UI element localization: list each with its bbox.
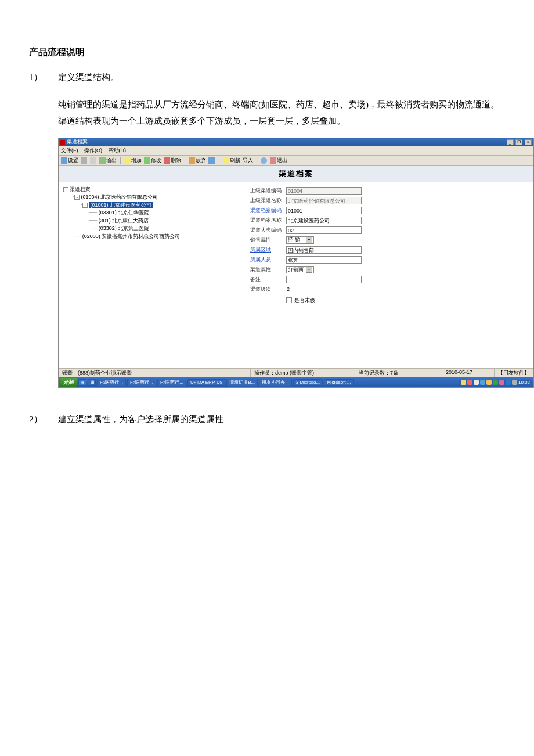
- taskbar-task[interactable]: F:\医药行...: [127, 379, 156, 386]
- fld-code[interactable]: 01001: [286, 207, 362, 214]
- fld-upper-name: 北京医药经销有限总公司: [286, 197, 362, 204]
- form-panel: 上级渠道编码01004 上级渠道名称北京医药经销有限总公司 渠道档案编码0100…: [244, 182, 533, 368]
- tb-refresh[interactable]: 刷新: [223, 157, 240, 164]
- dropdown-icon[interactable]: ▾: [306, 237, 312, 243]
- expand-icon: [208, 157, 215, 164]
- taskbar-task[interactable]: 用友协同办...: [259, 379, 292, 386]
- system-tray[interactable]: 10:02: [459, 380, 532, 385]
- status-date: 2010-05-17: [442, 369, 495, 377]
- tb-preview[interactable]: [90, 157, 97, 163]
- tree-node[interactable]: (301) 北京康仁大药店: [99, 218, 149, 224]
- taskbar-task[interactable]: 3 Microso...: [293, 379, 323, 386]
- tray-icon[interactable]: [493, 380, 498, 385]
- app-icon: [60, 140, 65, 145]
- close-button[interactable]: ×: [525, 139, 532, 145]
- val-level: 2: [286, 286, 290, 292]
- sel-sales[interactable]: 经 销▾: [286, 236, 314, 244]
- taskbar-desktop[interactable]: ⊞: [88, 379, 96, 386]
- tray-icon[interactable]: [461, 380, 466, 385]
- fld-remark[interactable]: [286, 276, 362, 283]
- tb-add[interactable]: 增加: [124, 157, 142, 164]
- tb-print[interactable]: [81, 157, 88, 163]
- minimize-button[interactable]: _: [507, 139, 514, 145]
- tree-toggle-icon[interactable]: -: [74, 195, 80, 200]
- tree-node[interactable]: (01004) 北京医药经销有限总公司: [81, 194, 158, 200]
- window-titlebar: 渠道档案 _ ❐ ×: [59, 138, 533, 146]
- taskbar-ie[interactable]: e: [78, 379, 86, 386]
- tray-icon[interactable]: [499, 380, 504, 385]
- step1-title: 定义渠道结构。: [58, 69, 505, 86]
- tree-panel: -渠道档案 ├-(01004) 北京医药经销有限总公司 ├-(01001) 北京…: [59, 182, 244, 368]
- print-icon: [81, 157, 87, 164]
- menu-operate[interactable]: 操作(O): [84, 147, 102, 153]
- preview-icon: [90, 157, 96, 164]
- step2-number: 2）: [29, 411, 58, 428]
- taskbar-task[interactable]: UFIDA ERP-U8: [187, 379, 225, 386]
- tree-node[interactable]: (02003) 安徽省毫州市药材总公司西药公司: [82, 233, 181, 239]
- chk-isend[interactable]: [286, 297, 292, 303]
- tray-clock: 10:02: [518, 380, 530, 385]
- exit-icon: [270, 157, 276, 164]
- fld-name[interactable]: 北京建设医药公司: [286, 217, 362, 224]
- step1-number: 1）: [29, 69, 58, 86]
- step1-body: 纯销管理的渠道是指药品从厂方流经分销商、终端商(如医院、药店、超市、卖场)，最终…: [58, 96, 505, 129]
- lbl-chan: 渠道属性: [250, 266, 286, 273]
- tray-icon[interactable]: [480, 380, 485, 385]
- menu-help[interactable]: 帮助(H): [109, 147, 127, 153]
- tb-exit[interactable]: 退出: [270, 157, 287, 164]
- status-bar: 账套：(888)制药企业演示账套 操作员：demo (账套主管) 当前记录数：7…: [59, 368, 533, 377]
- tray-icon[interactable]: [467, 380, 472, 385]
- tree-toggle-icon[interactable]: -: [82, 203, 88, 208]
- taskbar-task[interactable]: 淄州矿业B...: [226, 379, 258, 386]
- refresh-icon: [223, 157, 229, 164]
- delete-icon: [164, 157, 170, 164]
- taskbar-task[interactable]: F:\医药行...: [157, 379, 186, 386]
- lbl-region[interactable]: 所属区域: [250, 246, 286, 254]
- dropdown-icon[interactable]: ▾: [306, 267, 312, 273]
- lbl-upper-code: 上级渠道编码: [250, 187, 286, 195]
- taskbar-task[interactable]: F:\医药行...: [97, 379, 126, 386]
- tb-output[interactable]: 输出: [99, 157, 117, 164]
- tb-import[interactable]: 导入: [243, 157, 253, 164]
- undo-icon: [189, 157, 195, 164]
- lbl-person[interactable]: 所属人员: [250, 256, 286, 264]
- lbl-remark: 备注: [250, 276, 286, 283]
- lbl-bigcls: 渠道大类编码: [250, 226, 286, 234]
- status-count: 当前记录数：7条: [355, 369, 442, 377]
- tb-undo[interactable]: 放弃: [189, 157, 206, 164]
- fld-region[interactable]: 国内销售部: [286, 246, 362, 254]
- tree-toggle-icon[interactable]: -: [63, 187, 68, 192]
- tray-icon[interactable]: [474, 380, 479, 385]
- fld-bigcls[interactable]: 02: [286, 226, 362, 234]
- toolbar: 设置 输出 增加 修改 删除 放弃 刷新 导入 退出: [59, 156, 533, 166]
- tb-set[interactable]: 设置: [61, 157, 78, 164]
- lbl-name: 渠道档案名称: [250, 217, 286, 224]
- tray-icon[interactable]: [512, 380, 517, 385]
- menu-bar: 文件(F) 操作(O) 帮助(H): [59, 146, 533, 156]
- tree-node[interactable]: (03302) 北京第三医院: [99, 225, 150, 231]
- tb-help[interactable]: [261, 157, 268, 163]
- fld-person[interactable]: 张冥: [286, 256, 362, 264]
- sel-chan[interactable]: 分销商▾: [286, 266, 314, 273]
- tb-expand[interactable]: [208, 157, 215, 163]
- panel-title: 渠道档案: [59, 166, 533, 182]
- status-brand: 【用友软件】: [495, 369, 533, 377]
- tray-icon[interactable]: [486, 380, 492, 385]
- window-title: 渠道档案: [67, 138, 88, 146]
- tree-node-selected[interactable]: (01001) 北京建设医药公司: [89, 202, 153, 208]
- tb-modify[interactable]: 修改: [144, 157, 161, 164]
- tree-root[interactable]: 渠道档案: [70, 186, 91, 192]
- taskbar-task[interactable]: Microsoft ...: [324, 379, 353, 386]
- maximize-button[interactable]: ❐: [515, 139, 522, 145]
- tray-icon[interactable]: [506, 380, 511, 385]
- menu-file[interactable]: 文件(F): [61, 147, 78, 153]
- start-button[interactable]: 开始: [60, 378, 77, 387]
- lbl-code[interactable]: 渠道档案编码: [250, 207, 286, 214]
- app-screenshot: 渠道档案 _ ❐ × 文件(F) 操作(O) 帮助(H) 设置 输出 增加 修改…: [58, 138, 534, 388]
- tree-node[interactable]: (03301) 北京仁华医院: [99, 210, 150, 215]
- output-icon: [99, 157, 106, 164]
- lbl-isend: 是否末级: [294, 297, 315, 304]
- add-icon: [124, 157, 131, 164]
- tb-delete[interactable]: 删除: [164, 157, 181, 164]
- lbl-sales: 销售属性: [250, 236, 286, 244]
